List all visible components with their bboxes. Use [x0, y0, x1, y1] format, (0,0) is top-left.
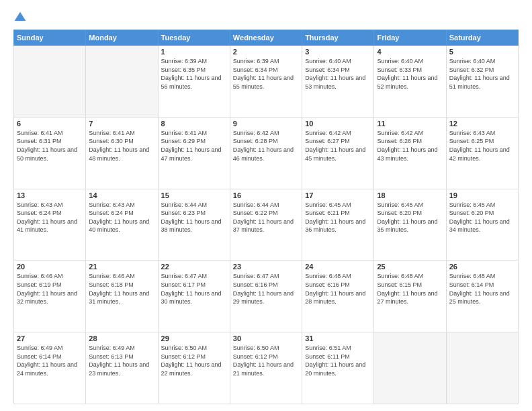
calendar-day-cell: 14Sunrise: 6:43 AMSunset: 6:24 PMDayligh…	[86, 189, 158, 261]
weekday-header: Thursday	[302, 30, 374, 46]
calendar-day-cell: 16Sunrise: 6:44 AMSunset: 6:22 PMDayligh…	[230, 189, 302, 261]
day-number: 2	[233, 48, 299, 56]
logo	[13, 11, 30, 24]
calendar-day-cell: 21Sunrise: 6:46 AMSunset: 6:18 PMDayligh…	[86, 261, 158, 332]
day-number: 22	[161, 263, 227, 271]
day-number: 29	[161, 334, 227, 342]
day-info: Sunrise: 6:42 AMSunset: 6:27 PMDaylight:…	[305, 129, 371, 163]
day-info: Sunrise: 6:42 AMSunset: 6:26 PMDaylight:…	[377, 129, 443, 163]
day-info: Sunrise: 6:48 AMSunset: 6:15 PMDaylight:…	[377, 272, 443, 306]
day-info: Sunrise: 6:49 AMSunset: 6:13 PMDaylight:…	[89, 344, 154, 377]
calendar-day-cell: 8Sunrise: 6:41 AMSunset: 6:29 PMDaylight…	[158, 117, 230, 189]
calendar-day-cell: 25Sunrise: 6:48 AMSunset: 6:15 PMDayligh…	[374, 261, 446, 332]
calendar-day-cell: 24Sunrise: 6:48 AMSunset: 6:16 PMDayligh…	[302, 261, 374, 332]
calendar-day-cell: 11Sunrise: 6:42 AMSunset: 6:26 PMDayligh…	[374, 117, 446, 189]
calendar-header-row: SundayMondayTuesdayWednesdayThursdayFrid…	[14, 30, 519, 46]
calendar-day-cell: 9Sunrise: 6:42 AMSunset: 6:28 PMDaylight…	[230, 117, 302, 189]
day-info: Sunrise: 6:39 AMSunset: 6:35 PMDaylight:…	[161, 57, 227, 91]
calendar-day-cell: 10Sunrise: 6:42 AMSunset: 6:27 PMDayligh…	[302, 117, 374, 189]
calendar-day-cell: 1Sunrise: 6:39 AMSunset: 6:35 PMDaylight…	[158, 46, 230, 118]
day-number: 23	[233, 263, 299, 271]
day-info: Sunrise: 6:41 AMSunset: 6:30 PMDaylight:…	[89, 129, 154, 163]
day-info: Sunrise: 6:51 AMSunset: 6:11 PMDaylight:…	[305, 344, 371, 377]
svg-marker-0	[15, 12, 26, 21]
calendar-day-cell: 20Sunrise: 6:46 AMSunset: 6:19 PMDayligh…	[14, 261, 86, 332]
day-number: 14	[89, 191, 154, 199]
day-number: 30	[233, 334, 299, 342]
day-number: 3	[305, 48, 371, 56]
day-number: 24	[305, 263, 371, 271]
day-info: Sunrise: 6:43 AMSunset: 6:24 PMDaylight:…	[89, 201, 154, 234]
calendar-day-cell	[86, 46, 158, 118]
day-info: Sunrise: 6:40 AMSunset: 6:32 PMDaylight:…	[449, 57, 515, 91]
day-info: Sunrise: 6:49 AMSunset: 6:14 PMDaylight:…	[17, 344, 83, 377]
day-info: Sunrise: 6:47 AMSunset: 6:16 PMDaylight:…	[233, 272, 299, 306]
page: SundayMondayTuesdayWednesdayThursdayFrid…	[0, 0, 532, 411]
day-number: 21	[89, 263, 154, 271]
day-info: Sunrise: 6:45 AMSunset: 6:20 PMDaylight:…	[377, 201, 443, 234]
day-number: 31	[305, 334, 371, 342]
day-info: Sunrise: 6:48 AMSunset: 6:14 PMDaylight:…	[449, 272, 515, 306]
day-info: Sunrise: 6:46 AMSunset: 6:18 PMDaylight:…	[89, 272, 154, 306]
day-number: 20	[17, 263, 83, 271]
day-number: 11	[377, 120, 443, 128]
day-number: 7	[89, 120, 154, 128]
weekday-header: Sunday	[14, 30, 86, 46]
day-number: 16	[233, 191, 299, 199]
calendar-day-cell: 4Sunrise: 6:40 AMSunset: 6:33 PMDaylight…	[374, 46, 446, 118]
calendar-table: SundayMondayTuesdayWednesdayThursdayFrid…	[13, 30, 519, 404]
calendar-day-cell: 7Sunrise: 6:41 AMSunset: 6:30 PMDaylight…	[86, 117, 158, 189]
calendar-day-cell: 5Sunrise: 6:40 AMSunset: 6:32 PMDaylight…	[446, 46, 518, 118]
day-info: Sunrise: 6:44 AMSunset: 6:23 PMDaylight:…	[161, 201, 227, 234]
calendar-day-cell: 17Sunrise: 6:45 AMSunset: 6:21 PMDayligh…	[302, 189, 374, 261]
day-number: 19	[449, 191, 515, 199]
weekday-header: Saturday	[446, 30, 518, 46]
calendar-day-cell: 6Sunrise: 6:41 AMSunset: 6:31 PMDaylight…	[14, 117, 86, 189]
day-number: 9	[233, 120, 299, 128]
weekday-header: Wednesday	[230, 30, 302, 46]
calendar-week-row: 6Sunrise: 6:41 AMSunset: 6:31 PMDaylight…	[14, 117, 519, 189]
calendar-day-cell: 28Sunrise: 6:49 AMSunset: 6:13 PMDayligh…	[86, 332, 158, 404]
day-info: Sunrise: 6:45 AMSunset: 6:20 PMDaylight:…	[449, 201, 515, 234]
weekday-header: Tuesday	[158, 30, 230, 46]
day-number: 13	[17, 191, 83, 199]
day-number: 4	[377, 48, 443, 56]
day-info: Sunrise: 6:44 AMSunset: 6:22 PMDaylight:…	[233, 201, 299, 234]
day-info: Sunrise: 6:41 AMSunset: 6:31 PMDaylight:…	[17, 129, 83, 163]
day-number: 28	[89, 334, 154, 342]
day-info: Sunrise: 6:40 AMSunset: 6:34 PMDaylight:…	[305, 57, 371, 91]
calendar-day-cell: 31Sunrise: 6:51 AMSunset: 6:11 PMDayligh…	[302, 332, 374, 404]
calendar-day-cell: 23Sunrise: 6:47 AMSunset: 6:16 PMDayligh…	[230, 261, 302, 332]
calendar-day-cell: 27Sunrise: 6:49 AMSunset: 6:14 PMDayligh…	[14, 332, 86, 404]
calendar-day-cell: 30Sunrise: 6:50 AMSunset: 6:12 PMDayligh…	[230, 332, 302, 404]
calendar-day-cell: 13Sunrise: 6:43 AMSunset: 6:24 PMDayligh…	[14, 189, 86, 261]
day-info: Sunrise: 6:50 AMSunset: 6:12 PMDaylight:…	[161, 344, 227, 377]
calendar-day-cell	[446, 332, 518, 404]
calendar-day-cell: 2Sunrise: 6:39 AMSunset: 6:34 PMDaylight…	[230, 46, 302, 118]
calendar-day-cell: 26Sunrise: 6:48 AMSunset: 6:14 PMDayligh…	[446, 261, 518, 332]
day-number: 6	[17, 120, 83, 128]
header	[13, 11, 519, 24]
day-info: Sunrise: 6:46 AMSunset: 6:19 PMDaylight:…	[17, 272, 83, 306]
day-info: Sunrise: 6:43 AMSunset: 6:24 PMDaylight:…	[17, 201, 83, 234]
day-info: Sunrise: 6:48 AMSunset: 6:16 PMDaylight:…	[305, 272, 371, 306]
calendar-day-cell: 15Sunrise: 6:44 AMSunset: 6:23 PMDayligh…	[158, 189, 230, 261]
day-info: Sunrise: 6:39 AMSunset: 6:34 PMDaylight:…	[233, 57, 299, 91]
day-info: Sunrise: 6:43 AMSunset: 6:25 PMDaylight:…	[449, 129, 515, 163]
calendar-day-cell: 29Sunrise: 6:50 AMSunset: 6:12 PMDayligh…	[158, 332, 230, 404]
day-number: 8	[161, 120, 227, 128]
calendar-day-cell	[14, 46, 86, 118]
calendar-day-cell: 19Sunrise: 6:45 AMSunset: 6:20 PMDayligh…	[446, 189, 518, 261]
calendar-day-cell: 3Sunrise: 6:40 AMSunset: 6:34 PMDaylight…	[302, 46, 374, 118]
weekday-header: Monday	[86, 30, 158, 46]
day-info: Sunrise: 6:45 AMSunset: 6:21 PMDaylight:…	[305, 201, 371, 234]
day-info: Sunrise: 6:42 AMSunset: 6:28 PMDaylight:…	[233, 129, 299, 163]
calendar-week-row: 27Sunrise: 6:49 AMSunset: 6:14 PMDayligh…	[14, 332, 519, 404]
day-number: 25	[377, 263, 443, 271]
day-number: 27	[17, 334, 83, 342]
weekday-header: Friday	[374, 30, 446, 46]
day-number: 10	[305, 120, 371, 128]
calendar-day-cell: 22Sunrise: 6:47 AMSunset: 6:17 PMDayligh…	[158, 261, 230, 332]
calendar-day-cell: 12Sunrise: 6:43 AMSunset: 6:25 PMDayligh…	[446, 117, 518, 189]
calendar-day-cell: 18Sunrise: 6:45 AMSunset: 6:20 PMDayligh…	[374, 189, 446, 261]
